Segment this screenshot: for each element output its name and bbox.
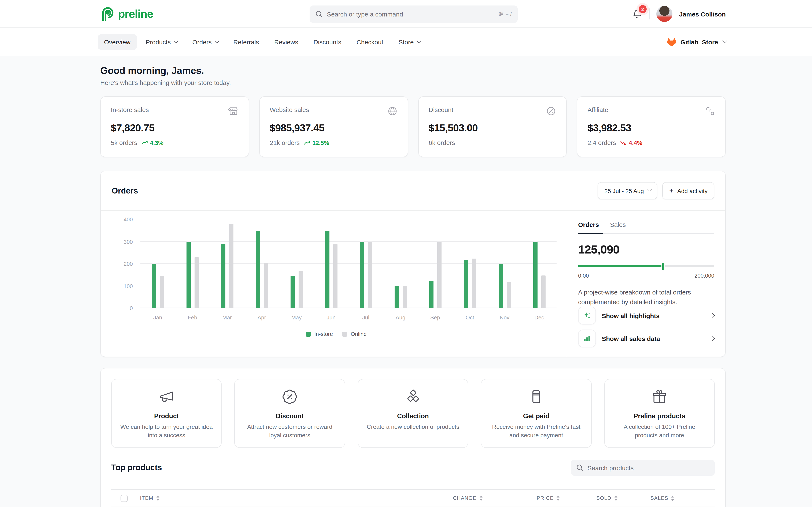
bar-online-sep[interactable] — [437, 241, 441, 308]
quick-card-preline-products[interactable]: Preline products A collection of 100+ Pr… — [604, 379, 715, 448]
nav-label: Overview — [104, 38, 131, 45]
column-label: PRICE — [537, 495, 554, 501]
bar-group-apr — [252, 231, 271, 308]
link-label: Show all sales data — [602, 335, 660, 342]
column-header-sold[interactable]: SOLD — [596, 495, 651, 501]
tab-sales[interactable]: Sales — [610, 221, 626, 233]
bar-online-may[interactable] — [298, 272, 303, 308]
bar-online-aug[interactable] — [402, 286, 407, 308]
bar-online-jan[interactable] — [160, 276, 164, 308]
bar-in-store-mar[interactable] — [221, 244, 225, 308]
x-axis-label: Dec — [529, 314, 549, 321]
trend-badge: 12.5% — [304, 139, 329, 146]
bar-online-oct[interactable] — [472, 259, 476, 308]
search-input[interactable] — [327, 11, 494, 18]
nav-item-store[interactable]: Store — [392, 34, 426, 50]
date-range-button[interactable]: 25 Jul - 25 Aug — [598, 182, 657, 200]
bar-in-store-jan[interactable] — [152, 264, 156, 308]
select-all-checkbox[interactable] — [120, 495, 128, 502]
bar-group-feb — [183, 241, 202, 308]
stat-value: $3,982.53 — [588, 122, 715, 134]
nav-item-reviews[interactable]: Reviews — [268, 34, 305, 50]
products-search[interactable] — [571, 460, 715, 476]
stat-label: In-store sales — [111, 106, 149, 113]
y-axis-label: 200 — [116, 261, 133, 267]
global-search[interactable]: ⌘ + / — [310, 5, 518, 23]
stat-card-discount[interactable]: Discount $15,503.00 6k orders — [418, 96, 567, 157]
bar-in-store-may[interactable] — [290, 276, 295, 308]
stat-card-website-sales[interactable]: Website sales $985,937.45 21k orders 12.… — [259, 96, 408, 157]
notifications-button[interactable]: 2 — [632, 9, 643, 19]
bar-in-store-feb[interactable] — [186, 241, 191, 308]
badge-percent-icon — [282, 389, 298, 405]
nav-item-orders[interactable]: Orders — [186, 34, 224, 50]
column-header-price[interactable]: PRICE — [537, 495, 596, 501]
trend-up-icon — [304, 140, 310, 145]
avatar[interactable] — [656, 6, 672, 22]
trend-up-icon — [142, 140, 148, 145]
add-activity-label: Add activity — [677, 187, 708, 194]
store-switcher[interactable]: Gitlab_Store — [667, 28, 726, 56]
nav-item-products[interactable]: Products — [139, 34, 183, 50]
orders-progress-handle[interactable] — [662, 263, 665, 270]
bar-in-store-sep[interactable] — [429, 281, 433, 308]
x-axis-label: Oct — [460, 314, 479, 321]
bar-online-jul[interactable] — [368, 241, 372, 308]
bar-in-store-oct[interactable] — [464, 260, 468, 308]
bar-online-apr[interactable] — [264, 263, 268, 308]
bar-group-aug — [391, 286, 410, 308]
bar-in-store-apr[interactable] — [256, 231, 260, 308]
tab-orders[interactable]: Orders — [578, 221, 599, 233]
show-all-highlights-link[interactable]: Show all highlights — [578, 307, 714, 325]
user-name[interactable]: James Collison — [679, 10, 726, 17]
table-header-row: ITEM CHANGE PRICE SOLD — [111, 489, 715, 507]
stat-orders: 6k orders — [428, 139, 455, 146]
nav-item-overview[interactable]: Overview — [98, 34, 137, 50]
quick-card-discount[interactable]: Discount Attract new customers or reward… — [235, 379, 345, 448]
bar-group-mar — [217, 224, 237, 308]
orders-progress[interactable] — [578, 265, 714, 267]
bar-online-dec[interactable] — [541, 276, 545, 308]
bar-online-jun[interactable] — [333, 244, 337, 308]
stat-value: $7,820.75 — [111, 122, 239, 134]
bar-in-store-jun[interactable] — [325, 231, 329, 308]
show-all-sales-data-link[interactable]: Show all sales data — [578, 330, 714, 347]
column-label: SALES — [651, 495, 668, 501]
quick-card-collection[interactable]: Collection Create a new collection of pr… — [358, 379, 468, 448]
stat-label: Website sales — [270, 106, 309, 113]
add-activity-button[interactable]: + Add activity — [662, 182, 714, 200]
bar-online-mar[interactable] — [229, 224, 233, 308]
bar-chart-icon — [583, 334, 591, 343]
bar-in-store-jul[interactable] — [360, 241, 364, 308]
stat-card-affiliate[interactable]: Affiliate $3,982.53 2.4 orders 4.4% — [577, 96, 726, 157]
column-header-item[interactable]: ITEM — [140, 495, 453, 501]
quick-card-product[interactable]: Product We can help to turn your great i… — [111, 379, 222, 448]
column-header-sales[interactable]: SALES — [651, 495, 705, 501]
top-right-group: 2 James Collison — [632, 0, 726, 28]
nav-label: Products — [146, 38, 171, 45]
bar-in-store-dec[interactable] — [533, 241, 537, 308]
legend-swatch-online — [342, 331, 347, 337]
nav-item-referrals[interactable]: Referrals — [227, 34, 265, 50]
bar-online-feb[interactable] — [194, 258, 199, 308]
products-search-input[interactable] — [588, 464, 709, 471]
bar-group-may — [287, 272, 306, 308]
quick-card-description: Create a new collection of products — [367, 422, 459, 431]
quick-card-title: Get paid — [523, 412, 549, 420]
stat-orders: 5k orders — [111, 139, 137, 146]
nav-item-discounts[interactable]: Discounts — [307, 34, 348, 50]
nav-item-checkout[interactable]: Checkout — [350, 34, 390, 50]
bar-in-store-aug[interactable] — [394, 286, 399, 308]
bar-online-nov[interactable] — [506, 282, 511, 308]
quick-card-title: Preline products — [633, 412, 686, 420]
sparkles-icon-tile — [578, 307, 596, 325]
stat-card-in-store-sales[interactable]: In-store sales $7,820.75 5k orders 4.3% — [100, 96, 249, 157]
quick-card-get-paid[interactable]: Get paid Receive money with Preline's fa… — [481, 379, 592, 448]
sort-icon — [556, 495, 560, 501]
column-header-change[interactable]: CHANGE — [453, 495, 537, 501]
store-icon — [229, 106, 239, 116]
chevron-down-icon — [173, 38, 179, 43]
preline-logo[interactable]: preline — [100, 0, 153, 28]
gitlab-icon — [667, 38, 676, 46]
bar-in-store-nov[interactable] — [498, 264, 503, 308]
